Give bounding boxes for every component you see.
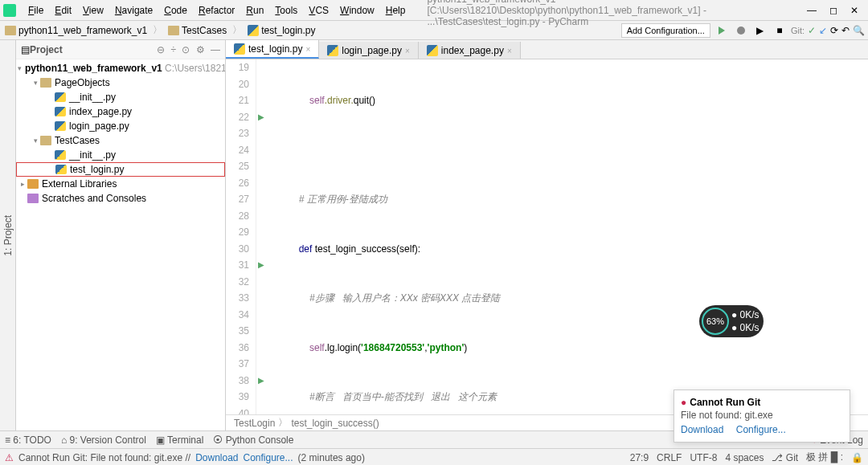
- menu-help[interactable]: Help: [380, 2, 411, 18]
- menu-tools[interactable]: Tools: [269, 2, 303, 18]
- play-icon: [719, 27, 725, 35]
- close-tab-icon[interactable]: ×: [507, 47, 512, 55]
- tree-external-libs[interactable]: ▸External Libraries: [16, 177, 225, 191]
- menu-window[interactable]: Window: [334, 2, 380, 18]
- run-button[interactable]: [714, 22, 730, 39]
- minimize-button[interactable]: —: [807, 5, 817, 16]
- tree-scratches[interactable]: Scratches and Consoles: [16, 191, 225, 206]
- project-panel-header: ▤ Project ⊖ ÷ ⊙ ⚙ —: [16, 40, 225, 59]
- run-gutter-icon[interactable]: ▶: [258, 376, 264, 385]
- menu-edit[interactable]: Edit: [49, 2, 77, 18]
- encoding[interactable]: UTF-8: [690, 452, 717, 463]
- line-sep[interactable]: CRLF: [657, 452, 682, 463]
- breadcrumb-label: test_login.py: [261, 25, 315, 36]
- project-panel-title: Project: [30, 44, 154, 55]
- commit-icon[interactable]: ✓: [808, 25, 816, 36]
- fold-gutter: ▶▶▶: [256, 59, 268, 414]
- collapse-all-icon[interactable]: ⊖: [157, 44, 165, 55]
- menu-run[interactable]: Run: [240, 2, 269, 18]
- python-console-tool[interactable]: ⦿ Python Console: [213, 434, 293, 446]
- tree-label: index_page.py: [69, 106, 132, 117]
- stop-button[interactable]: ■: [772, 22, 788, 39]
- close-button[interactable]: ✕: [850, 5, 858, 16]
- todo-tool[interactable]: ≡ 6: TODO: [5, 434, 51, 446]
- project-view-icon[interactable]: ▤: [21, 44, 30, 55]
- configure-link[interactable]: Configure...: [244, 452, 293, 463]
- cpu-percent: 63%: [702, 308, 729, 335]
- menu-view[interactable]: View: [77, 2, 109, 18]
- library-icon: [27, 179, 39, 189]
- run-gutter-icon[interactable]: ▶: [258, 112, 264, 121]
- menu-file[interactable]: File: [23, 2, 49, 18]
- revert-icon[interactable]: ↶: [841, 25, 850, 36]
- editor-tab[interactable]: index_page.py×: [419, 42, 521, 59]
- code-editor[interactable]: 1920212223242526272829303132333435363738…: [226, 59, 868, 414]
- run-gutter-icon[interactable]: ▶: [258, 260, 264, 269]
- editor-tab[interactable]: login_page.py×: [319, 42, 419, 59]
- structure-tool-tab[interactable]: ⚡ 7: Structure: [0, 353, 1, 430]
- git-branch[interactable]: ⎇ Git: [772, 452, 798, 463]
- tree-path: C:\Users\18210\Desktop\py: [165, 63, 225, 74]
- run-configuration-dropdown[interactable]: Add Configuration...: [621, 23, 710, 38]
- project-tool-tab[interactable]: 1: Project: [1, 209, 15, 263]
- update-icon[interactable]: ↙: [819, 25, 827, 36]
- tree-label: test_login.py: [70, 164, 124, 175]
- locate-icon[interactable]: ⊙: [182, 44, 190, 55]
- code-lines[interactable]: self.driver.quit() # 正常用例-登陆成功 def test_…: [268, 59, 868, 414]
- breadcrumb-file[interactable]: test_login.py: [246, 23, 317, 38]
- caret-position[interactable]: 27:9: [630, 452, 649, 463]
- notif-download-link[interactable]: Download: [681, 424, 723, 435]
- vcs-tool[interactable]: ⌂ 9: Version Control: [61, 434, 146, 446]
- tree-folder-pageobjects[interactable]: ▾PageObjects: [16, 75, 225, 90]
- menu-code[interactable]: Code: [158, 2, 193, 18]
- folder-icon: [5, 26, 16, 35]
- editor-tab[interactable]: test_login.py×: [226, 40, 319, 59]
- python-file-icon: [248, 25, 259, 36]
- menu-vcs[interactable]: VCS: [303, 2, 334, 18]
- history-icon[interactable]: ⟳: [830, 25, 838, 36]
- breadcrumb-root[interactable]: python11_web_framework_v1: [3, 23, 149, 38]
- line-gutter: 1920212223242526272829303132333435363738…: [226, 59, 256, 414]
- left-tool-strip: 1: Project ⚡ 7: Structure ★ 2: Favorites: [0, 40, 16, 430]
- menu-navigate[interactable]: Navigate: [109, 2, 158, 18]
- hide-icon[interactable]: —: [211, 44, 220, 55]
- status-message: Cannot Run Git: File not found: git.exe …: [18, 452, 190, 463]
- tree-label: login_page.py: [69, 120, 129, 132]
- close-tab-icon[interactable]: ×: [405, 47, 410, 55]
- crumb-class[interactable]: TestLogin: [234, 418, 275, 429]
- python-file-icon: [55, 150, 66, 160]
- run-with-coverage-button[interactable]: ▶: [752, 22, 768, 39]
- toolbar-right: Add Configuration... ▶ ■ Git: ✓ ↙ ⟳ ↶ 🔍: [621, 22, 865, 39]
- tree-file[interactable]: login_page.py: [16, 119, 225, 133]
- navigation-bar: python11_web_framework_v1 〉 TestCases 〉 …: [0, 21, 868, 40]
- tree-folder-testcases[interactable]: ▾TestCases: [16, 133, 225, 148]
- ime-indicator[interactable]: 极 拼 █ :: [806, 451, 843, 464]
- network-monitor-widget[interactable]: 63% ● 0K/s ● 0K/s: [699, 305, 764, 337]
- indent[interactable]: 4 spaces: [725, 452, 764, 463]
- terminal-tool[interactable]: ▣ Terminal: [156, 434, 203, 446]
- close-tab-icon[interactable]: ×: [305, 45, 310, 54]
- lock-icon[interactable]: 🔒: [851, 452, 863, 463]
- bug-icon: [737, 27, 745, 35]
- warning-icon: ⚠: [5, 452, 14, 463]
- breadcrumb-folder[interactable]: TestCases: [166, 23, 228, 38]
- menu-refactor[interactable]: Refactor: [193, 2, 240, 18]
- tree-root[interactable]: ▾python11_web_framework_v1 C:\Users\1821…: [16, 61, 225, 75]
- tree-file-selected[interactable]: test_login.py: [16, 162, 225, 177]
- tree-file[interactable]: index_page.py: [16, 104, 225, 119]
- tree-file[interactable]: __init__.py: [16, 90, 225, 104]
- settings-icon[interactable]: ⚙: [196, 44, 205, 55]
- download-link[interactable]: Download: [195, 452, 238, 463]
- search-everywhere-icon[interactable]: 🔍: [853, 25, 865, 36]
- scratches-icon: [27, 194, 39, 203]
- debug-button[interactable]: [733, 22, 749, 39]
- notif-configure-link[interactable]: Configure...: [736, 424, 786, 435]
- tree-label: External Libraries: [42, 178, 117, 190]
- python-file-icon: [234, 43, 245, 55]
- maximize-button[interactable]: ◻: [829, 5, 837, 16]
- crumb-method[interactable]: test_login_success(): [291, 418, 379, 429]
- main-menu: FileEditViewNavigateCodeRefactorRunTools…: [23, 5, 411, 16]
- tree-file[interactable]: __init__.py: [16, 148, 225, 162]
- expand-icon[interactable]: ÷: [170, 44, 176, 55]
- editor-area: test_login.py×login_page.py×index_page.p…: [226, 40, 868, 430]
